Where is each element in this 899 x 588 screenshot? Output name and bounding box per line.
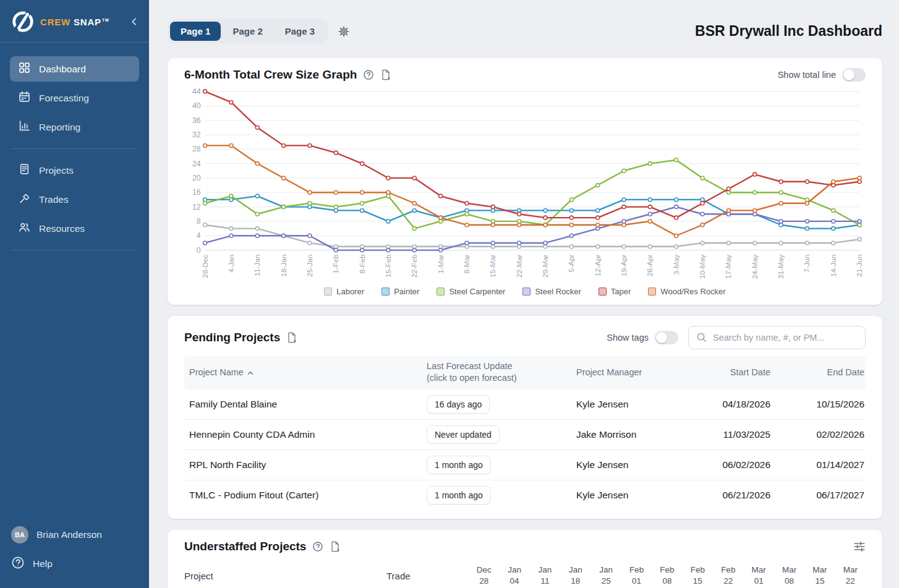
forecast-update-button[interactable]: 16 days ago bbox=[427, 395, 490, 414]
forecast-update-button[interactable]: 1 month ago bbox=[427, 456, 491, 474]
forecast-update-button[interactable]: Never updated bbox=[427, 425, 500, 444]
svg-text:8-Mar: 8-Mar bbox=[462, 254, 471, 273]
legend-item[interactable]: Steel Rocker bbox=[522, 287, 581, 296]
crew-size-line-chart[interactable]: 04812162024283236404428-Dec4-Jan11-Jan18… bbox=[184, 85, 866, 287]
forecast-update-button[interactable]: 1 month ago bbox=[427, 486, 491, 505]
table-row[interactable]: TMLC - Podium Fitout (Carter) 1 month ag… bbox=[184, 480, 866, 510]
legend-item[interactable]: Laborer bbox=[324, 287, 364, 296]
page-title: BSR Drywall Inc Dashboard bbox=[695, 23, 882, 40]
project-name-cell: RPL North Facility bbox=[184, 459, 427, 471]
svg-text:1-Mar: 1-Mar bbox=[437, 254, 445, 273]
week-column-header: Mar15 bbox=[804, 565, 835, 587]
legend-label: Taper bbox=[611, 287, 631, 296]
week-column-header: Mar22 bbox=[835, 565, 866, 587]
chart-legend: LaborerPainterSteel CarpenterSteel Rocke… bbox=[184, 287, 866, 296]
table-row[interactable]: Hennepin County CDA Admin Never updated … bbox=[184, 419, 866, 450]
search-box bbox=[688, 326, 866, 349]
svg-text:21-Jun: 21-Jun bbox=[855, 254, 864, 276]
understaffed-table: Project Trade Dec28Jan04Jan11Jan18Jan25F… bbox=[184, 558, 866, 588]
legend-swatch bbox=[324, 288, 332, 296]
legend-swatch bbox=[648, 288, 656, 296]
project-manager-cell: Kyle Jensen bbox=[576, 459, 718, 471]
gear-icon[interactable] bbox=[338, 25, 350, 38]
svg-text:15-Feb: 15-Feb bbox=[384, 254, 393, 278]
pending-projects-table: Project Name Last Forecast Update(click … bbox=[184, 356, 866, 510]
table-row[interactable]: RPL North Facility 1 month ago Kyle Jens… bbox=[184, 450, 866, 480]
sidebar: CREW SNAPTM Dashboard Forecasting Report… bbox=[0, 0, 149, 588]
svg-text:22-Mar: 22-Mar bbox=[515, 254, 524, 278]
end-date-cell: 06/17/2027 bbox=[772, 490, 866, 501]
column-header-project-manager[interactable]: Project Manager bbox=[576, 367, 718, 377]
hammer-icon bbox=[19, 192, 30, 207]
svg-text:36: 36 bbox=[192, 116, 201, 124]
svg-text:8: 8 bbox=[197, 217, 201, 226]
start-date-cell: 06/02/2026 bbox=[718, 459, 772, 471]
svg-text:24-May: 24-May bbox=[751, 254, 759, 279]
help-circle-icon[interactable] bbox=[363, 69, 374, 80]
legend-label: Painter bbox=[394, 287, 419, 296]
sidebar-item-resources[interactable]: Resources bbox=[10, 216, 139, 241]
filter-sliders-icon[interactable] bbox=[853, 540, 866, 553]
sidebar-item-trades[interactable]: Trades bbox=[10, 187, 139, 212]
pdf-export-icon[interactable] bbox=[286, 332, 297, 343]
search-icon bbox=[696, 332, 707, 343]
toggle-knob bbox=[843, 69, 854, 80]
week-column-header: Jan11 bbox=[530, 565, 560, 587]
sidebar-item-reporting[interactable]: Reporting bbox=[10, 114, 139, 140]
show-total-line-toggle[interactable] bbox=[842, 68, 866, 82]
tab-page-3[interactable]: Page 3 bbox=[275, 22, 325, 41]
sidebar-item-label: Forecasting bbox=[39, 93, 89, 104]
user-menu[interactable]: BA Brian Anderson bbox=[11, 526, 138, 543]
week-column-header: Jan04 bbox=[499, 565, 529, 587]
legend-item[interactable]: Taper bbox=[599, 287, 631, 296]
sidebar-item-projects[interactable]: Projects bbox=[10, 158, 139, 183]
legend-item[interactable]: Wood/Res Rocker bbox=[648, 287, 725, 296]
pdf-export-icon[interactable] bbox=[330, 541, 341, 552]
svg-text:12: 12 bbox=[192, 202, 201, 211]
column-header-start-date[interactable]: Start Date bbox=[718, 367, 772, 377]
project-manager-cell: Jake Morrison bbox=[576, 429, 718, 440]
show-tags-toggle[interactable] bbox=[655, 331, 678, 344]
sidebar-item-label: Reporting bbox=[39, 122, 80, 133]
svg-text:31-May: 31-May bbox=[777, 254, 785, 279]
week-column-header: Feb22 bbox=[713, 565, 743, 587]
svg-text:24: 24 bbox=[192, 159, 201, 168]
project-name-cell: Family Dental Blaine bbox=[184, 399, 427, 410]
sidebar-item-forecasting[interactable]: Forecasting bbox=[10, 85, 139, 111]
crew-size-graph-card: 6-Month Total Crew Size Graph Show total… bbox=[168, 58, 882, 305]
sidebar-item-label: Resources bbox=[39, 223, 85, 234]
tab-page-2[interactable]: Page 2 bbox=[222, 22, 273, 41]
calendar-icon bbox=[19, 91, 30, 105]
project-manager-cell: Kyle Jensen bbox=[576, 399, 718, 410]
legend-item[interactable]: Painter bbox=[381, 287, 419, 296]
start-date-cell: 06/21/2026 bbox=[718, 490, 772, 501]
column-header-project: Project bbox=[184, 571, 386, 581]
sidebar-item-label: Trades bbox=[39, 194, 69, 205]
legend-swatch bbox=[381, 288, 390, 296]
user-name: Brian Anderson bbox=[36, 529, 102, 540]
end-date-cell: 10/15/2026 bbox=[772, 399, 866, 410]
sidebar-collapse-button[interactable] bbox=[129, 17, 139, 27]
svg-text:5-Apr: 5-Apr bbox=[567, 254, 576, 272]
pdf-export-icon[interactable] bbox=[380, 69, 391, 80]
week-column-header: Feb01 bbox=[621, 565, 652, 587]
table-row[interactable]: Family Dental Blaine 16 days ago Kyle Je… bbox=[184, 390, 866, 419]
svg-text:26-Apr: 26-Apr bbox=[645, 254, 654, 276]
pending-projects-card: Pending Projects Show tags Project Name … bbox=[168, 316, 882, 519]
column-header-end-date[interactable]: End Date bbox=[772, 367, 866, 377]
column-header-project-name[interactable]: Project Name bbox=[184, 367, 427, 377]
help-button[interactable]: Help bbox=[11, 556, 138, 572]
sidebar-item-dashboard[interactable]: Dashboard bbox=[10, 56, 139, 82]
svg-text:17-May: 17-May bbox=[724, 254, 733, 279]
svg-text:7-Jun: 7-Jun bbox=[803, 254, 811, 273]
legend-item[interactable]: Steel Carpenter bbox=[437, 287, 505, 296]
tab-page-1[interactable]: Page 1 bbox=[170, 22, 221, 41]
main-content: Page 1 Page 2 Page 3 BSR Drywall Inc Das… bbox=[149, 0, 899, 588]
understaffed-projects-card: Understaffed Projects Project Trade Dec2… bbox=[168, 530, 882, 588]
legend-label: Steel Carpenter bbox=[449, 287, 505, 296]
svg-text:12-Apr: 12-Apr bbox=[594, 254, 602, 276]
column-header-last-forecast-update[interactable]: Last Forecast Update(click to open forec… bbox=[427, 360, 576, 385]
help-circle-icon[interactable] bbox=[312, 541, 323, 552]
search-input[interactable] bbox=[712, 332, 858, 343]
project-name-cell: Hennepin County CDA Admin bbox=[184, 429, 427, 440]
